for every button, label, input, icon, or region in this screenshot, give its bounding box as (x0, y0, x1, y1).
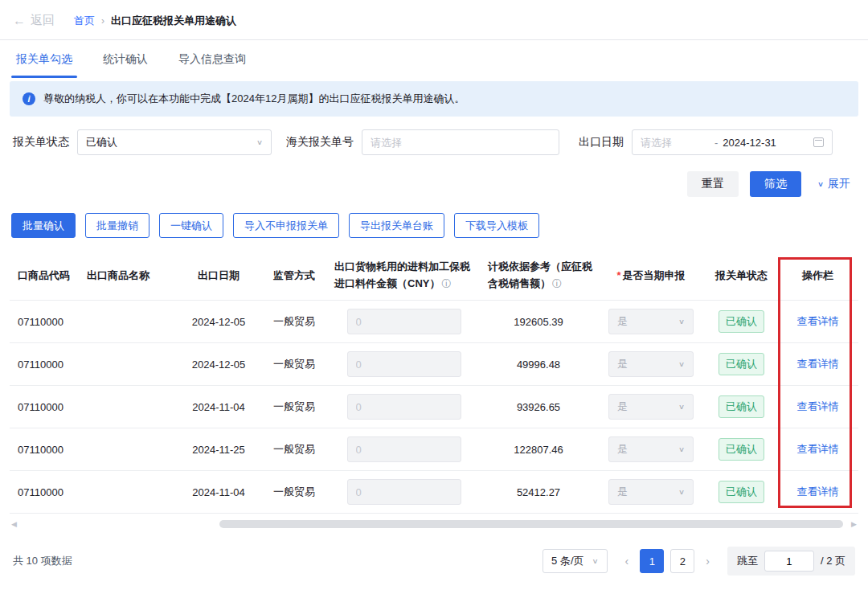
jump-label: 跳至 (737, 554, 758, 568)
jump-input[interactable] (764, 551, 814, 572)
chevron-down-icon: ∨ (678, 445, 685, 453)
cell-action: 查看详情 (780, 357, 856, 371)
filter-button[interactable]: 筛选 (750, 171, 801, 197)
download-template-button[interactable]: 下载导入模板 (454, 213, 539, 238)
customs-no-input[interactable] (371, 137, 551, 149)
table-row: 07110000 2024-11-25 一般贸易 122807.46 是 ∨ 已… (10, 428, 858, 471)
table-header-row: 口商品代码 出口商品名称 出口日期 监管方式 出口货物耗用的进料加工保税进口料件… (10, 251, 858, 301)
cell-status: 已确认 (703, 481, 780, 503)
declare-select-value: 是 (617, 357, 628, 371)
page-size-select[interactable]: 5 条/页 ∨ (542, 549, 608, 573)
date-start-input[interactable] (641, 137, 710, 149)
header-action: 操作栏 (780, 268, 856, 283)
view-detail-link[interactable]: 查看详情 (797, 400, 839, 412)
cell-declare: 是 ∨ (599, 479, 703, 505)
material-amount-input[interactable] (347, 479, 461, 505)
view-detail-link[interactable]: 查看详情 (797, 486, 839, 498)
filter-actions: 重置 筛选 ∨ 展开 (0, 171, 850, 197)
header-material-amount: 出口货物耗用的进料加工保税进口料件金额（CNY）ⓘ (330, 259, 478, 291)
cell-tax-base: 122807.46 (478, 444, 599, 456)
export-date-label: 出口日期 (579, 135, 624, 150)
date-end-value: 2024-12-31 (723, 137, 776, 149)
declare-select-value: 是 (617, 399, 628, 414)
status-filter-label: 报关单状态 (13, 135, 69, 150)
pagination: 5 条/页 ∨ ‹ 1 2 › 跳至 / 2 页 (542, 547, 855, 576)
scrollbar-track[interactable] (20, 520, 848, 528)
scroll-right-icon[interactable]: ▶ (851, 520, 857, 528)
declare-select-value: 是 (617, 442, 628, 457)
cell-material-amount (330, 394, 478, 420)
page-title: 出口应征税报关单用途确认 (111, 14, 236, 28)
back-button[interactable]: ← 返回 (13, 13, 55, 28)
cell-action: 查看详情 (780, 485, 856, 499)
cell-supervision-mode: 一般贸易 (259, 399, 330, 414)
cell-supervision-mode: 一般贸易 (259, 485, 330, 499)
cell-product-code: 07110000 (10, 486, 82, 498)
cell-declare: 是 ∨ (599, 394, 703, 420)
cell-action: 查看详情 (780, 314, 856, 329)
declare-select[interactable]: 是 ∨ (608, 436, 694, 462)
total-pages-label: / 2 页 (821, 554, 845, 568)
tab-import-info-query[interactable]: 导入信息查询 (178, 40, 246, 78)
chevron-down-icon: ∨ (256, 138, 263, 146)
chevron-down-icon: ∨ (678, 403, 685, 411)
breadcrumb-home-link[interactable]: 首页 (74, 14, 95, 28)
declare-select[interactable]: 是 ∨ (608, 479, 694, 505)
cell-export-date: 2024-11-04 (178, 401, 259, 413)
page-button-2[interactable]: 2 (670, 549, 694, 573)
reset-button[interactable]: 重置 (687, 171, 739, 197)
header-declare-label: 是否当期申报 (623, 269, 686, 281)
status-badge: 已确认 (719, 395, 764, 418)
view-detail-link[interactable]: 查看详情 (797, 443, 839, 455)
scroll-left-icon[interactable]: ◀ (11, 520, 17, 528)
export-date-range[interactable]: - 2024-12-31 (632, 129, 833, 155)
declare-select[interactable]: 是 ∨ (608, 351, 694, 377)
cell-product-code: 07110000 (10, 316, 82, 328)
export-ledger-button[interactable]: 导出报关单台账 (349, 213, 444, 238)
header-declare: *是否当期申报 (599, 268, 703, 283)
cell-action: 查看详情 (780, 442, 856, 457)
banner-message: 尊敬的纳税人，你可以在本功能中完成【2024年12月属期】的出口应征税报关单用途… (43, 92, 465, 106)
tab-statistics-confirm[interactable]: 统计确认 (103, 40, 148, 78)
table-body: 07110000 2024-12-05 一般贸易 192605.39 是 ∨ 已… (10, 301, 858, 514)
view-detail-link[interactable]: 查看详情 (797, 315, 839, 327)
top-bar: ← 返回 首页 › 出口应征税报关单用途确认 (0, 0, 868, 39)
cell-material-amount (330, 479, 478, 505)
info-icon[interactable]: ⓘ (441, 278, 451, 289)
table-row: 07110000 2024-11-04 一般贸易 93926.65 是 ∨ 已确… (10, 386, 858, 428)
cell-status: 已确认 (703, 438, 780, 461)
cell-material-amount (330, 309, 478, 334)
cell-status: 已确认 (703, 395, 780, 418)
status-select[interactable]: 已确认 ∨ (77, 129, 272, 155)
cell-export-date: 2024-11-25 (178, 444, 259, 456)
cell-declare: 是 ∨ (599, 436, 703, 462)
one-click-confirm-button[interactable]: 一键确认 (159, 213, 223, 238)
status-badge: 已确认 (719, 481, 764, 503)
import-undeclared-button[interactable]: 导入不申报报关单 (233, 213, 339, 238)
page-button-1[interactable]: 1 (640, 549, 664, 573)
horizontal-scrollbar[interactable]: ◀ ▶ (11, 519, 857, 529)
table-row: 07110000 2024-12-05 一般贸易 49996.48 是 ∨ 已确… (10, 343, 858, 386)
batch-revoke-button[interactable]: 批量撤销 (85, 213, 149, 238)
scrollbar-thumb[interactable] (219, 520, 843, 528)
cell-supervision-mode: 一般贸易 (259, 314, 330, 329)
chevron-down-icon: ∨ (678, 360, 685, 368)
material-amount-input[interactable] (347, 394, 461, 420)
tab-declaration-check[interactable]: 报关单勾选 (16, 40, 72, 78)
batch-confirm-button[interactable]: 批量确认 (11, 213, 76, 238)
cell-status: 已确认 (703, 353, 780, 375)
material-amount-input[interactable] (347, 351, 461, 377)
declare-select[interactable]: 是 ∨ (608, 394, 694, 420)
material-amount-input[interactable] (347, 309, 461, 334)
next-page-icon[interactable]: › (701, 555, 714, 567)
back-arrow-icon: ← (13, 14, 26, 28)
cell-status: 已确认 (703, 310, 780, 333)
material-amount-input[interactable] (347, 436, 461, 462)
prev-page-icon[interactable]: ‹ (620, 555, 634, 567)
expand-toggle[interactable]: ∨ 展开 (817, 177, 850, 191)
view-detail-link[interactable]: 查看详情 (797, 358, 839, 370)
declare-select[interactable]: 是 ∨ (608, 309, 694, 334)
cell-product-code: 07110000 (10, 359, 82, 371)
info-icon[interactable]: ⓘ (552, 278, 562, 289)
status-badge: 已确认 (719, 438, 764, 461)
